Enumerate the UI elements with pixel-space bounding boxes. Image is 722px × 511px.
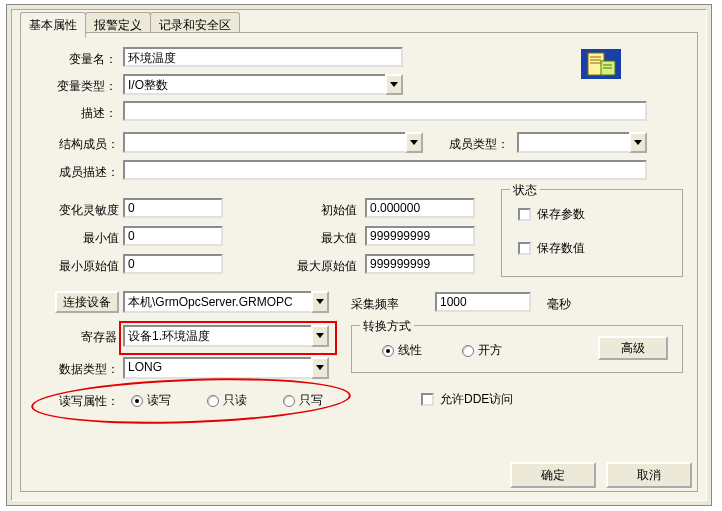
sample-freq-input[interactable]: 1000 (435, 292, 531, 312)
chevron-down-icon (634, 140, 642, 146)
radio-linear-label: 线性 (398, 342, 422, 359)
label-rw-attr: 读写属性： (41, 393, 119, 410)
connect-device-label: 连接设备 (63, 294, 111, 311)
allow-dde-checkbox[interactable]: 允许DDE访问 (421, 391, 513, 408)
label-member-type: 成员类型： (439, 136, 509, 153)
chevron-down-icon (410, 140, 418, 146)
chevron-down-icon (316, 333, 324, 339)
label-var-type: 变量类型： (39, 78, 117, 95)
radio-dot (462, 345, 474, 357)
label-register: 寄存器 (61, 329, 117, 346)
var-type-combo[interactable]: I/O整数 (123, 74, 403, 95)
save-param-label: 保存参数 (537, 206, 585, 223)
allow-dde-label: 允许DDE访问 (440, 391, 513, 408)
tab-basic-attributes[interactable]: 基本属性 (20, 12, 86, 38)
register-value: 设备1.环境温度 (123, 325, 311, 347)
radio-dot (131, 395, 143, 407)
member-type-dropdown-btn[interactable] (629, 132, 647, 153)
label-min-value: 最小值 (61, 230, 119, 247)
var-type-value: I/O整数 (123, 74, 385, 95)
chevron-down-icon (316, 365, 324, 371)
data-type-combo[interactable]: LONG (123, 357, 329, 379)
var-type-dropdown-btn[interactable] (385, 74, 403, 95)
chevron-down-icon (390, 82, 398, 88)
chevron-down-icon (316, 299, 324, 305)
data-type-dropdown-btn[interactable] (311, 357, 329, 379)
init-value-input[interactable]: 0.000000 (365, 198, 475, 218)
radio-dot (283, 395, 295, 407)
register-combo[interactable]: 设备1.环境温度 (123, 325, 329, 347)
dialog-content: 基本属性 报警定义 记录和安全区 变量名： 环境温度 (11, 9, 707, 501)
radio-ro[interactable]: 只读 (207, 392, 247, 409)
var-name-input[interactable]: 环境温度 (123, 47, 403, 67)
state-groupbox: 状态 保存参数 保存数值 (501, 189, 683, 277)
ok-label: 确定 (541, 467, 565, 484)
tab-panel: 变量名： 环境温度 变量类型： I/O整数 (20, 32, 698, 492)
label-change-sens: 变化灵敏度 (41, 202, 119, 219)
radio-rw-label: 读写 (147, 392, 171, 409)
label-description: 描述： (71, 105, 117, 122)
state-legend: 状态 (510, 182, 540, 199)
connect-device-value: 本机\GrmOpcServer.GRMOPC (123, 291, 311, 313)
register-dropdown-btn[interactable] (311, 325, 329, 347)
radio-sqrt-label: 开方 (478, 342, 502, 359)
save-param-checkbox[interactable]: 保存参数 (518, 206, 585, 223)
label-init-value: 初始值 (297, 202, 357, 219)
label-min-raw: 最小原始值 (35, 258, 119, 275)
radio-wo-label: 只写 (299, 392, 323, 409)
member-type-value (517, 132, 629, 153)
connect-device-combo[interactable]: 本机\GrmOpcServer.GRMOPC (123, 291, 329, 313)
label-member-desc: 成员描述： (41, 164, 119, 181)
save-value-checkbox[interactable]: 保存数值 (518, 240, 585, 257)
description-input[interactable] (123, 101, 647, 121)
ok-button[interactable]: 确定 (510, 462, 596, 488)
struct-member-value (123, 132, 405, 153)
max-value-input[interactable]: 999999999 (365, 226, 475, 246)
cancel-label: 取消 (637, 467, 661, 484)
label-ms: 毫秒 (547, 296, 587, 313)
radio-sqrt[interactable]: 开方 (462, 342, 502, 359)
change-sens-input[interactable]: 0 (123, 198, 223, 218)
member-desc-input[interactable] (123, 160, 647, 180)
radio-wo[interactable]: 只写 (283, 392, 323, 409)
convert-legend: 转换方式 (360, 318, 414, 335)
connect-device-button[interactable]: 连接设备 (55, 291, 119, 313)
save-value-label: 保存数值 (537, 240, 585, 257)
checkbox-box (421, 393, 434, 406)
data-type-value: LONG (123, 357, 311, 379)
advanced-label: 高级 (621, 340, 645, 357)
checkbox-box (518, 208, 531, 221)
min-raw-input[interactable]: 0 (123, 254, 223, 274)
label-max-raw: 最大原始值 (273, 258, 357, 275)
connect-device-dropdown-btn[interactable] (311, 291, 329, 313)
member-type-combo[interactable] (517, 132, 647, 153)
cancel-button[interactable]: 取消 (606, 462, 692, 488)
radio-dot (382, 345, 394, 357)
label-struct-member: 结构成员： (41, 136, 119, 153)
struct-member-dropdown-btn[interactable] (405, 132, 423, 153)
struct-member-combo[interactable] (123, 132, 423, 153)
label-max-value: 最大值 (297, 230, 357, 247)
min-value-input[interactable]: 0 (123, 226, 223, 246)
max-raw-input[interactable]: 999999999 (365, 254, 475, 274)
convert-groupbox: 转换方式 线性 开方 高级 (351, 325, 683, 373)
label-var-name: 变量名： (47, 51, 117, 68)
checkbox-box (518, 242, 531, 255)
radio-ro-label: 只读 (223, 392, 247, 409)
radio-rw[interactable]: 读写 (131, 392, 171, 409)
document-icon[interactable] (581, 49, 621, 82)
label-data-type: 数据类型： (41, 361, 119, 378)
radio-linear[interactable]: 线性 (382, 342, 422, 359)
label-sample-freq: 采集频率 (351, 296, 421, 313)
advanced-button[interactable]: 高级 (598, 336, 668, 360)
radio-dot (207, 395, 219, 407)
